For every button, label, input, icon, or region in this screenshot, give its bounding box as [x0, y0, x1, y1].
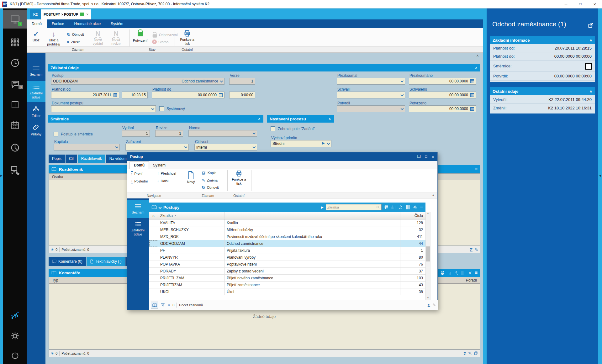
sum-icon[interactable]: Σ — [463, 351, 466, 356]
search-input[interactable] — [327, 205, 376, 209]
async-icon[interactable]: ✳ — [51, 351, 54, 356]
platnost-do-time-field[interactable]: 0:00:00 — [229, 92, 255, 98]
platnost-od-time-field[interactable]: 10:28:15 — [122, 92, 148, 98]
refresh-button[interactable]: ↻ Obnovit — [67, 32, 84, 37]
scroll-up-icon[interactable]: ∧ — [427, 212, 429, 215]
expand-left-arrow-icon[interactable]: ▶ — [0, 174, 3, 177]
collapse-right-arrow-icon[interactable]: ▶ — [599, 174, 601, 177]
person-icon[interactable] — [454, 271, 459, 275]
unconfirm-button[interactable]: Odpotvrzení — [152, 31, 178, 38]
table-row[interactable]: PRIJETI_ZAMPřijetí nového zaměstnance103 — [149, 275, 425, 282]
sidebar-item-k2-logo[interactable] — [3, 309, 27, 321]
filter-icon[interactable] — [161, 303, 165, 308]
table-row[interactable]: PRIJETIZAMPřijetí zaměstnance43 — [149, 282, 425, 288]
tab-k2-home[interactable]: K2 — [30, 9, 41, 19]
async-icon[interactable]: ✳ — [51, 248, 54, 252]
systemovy-checkbox-row[interactable]: Systémový — [159, 106, 185, 111]
printer-icon[interactable] — [384, 205, 389, 210]
popup-tab-system[interactable]: Systém — [149, 162, 170, 169]
pencil-icon[interactable]: ✎ — [432, 303, 436, 308]
smernice-checkbox[interactable] — [585, 63, 592, 70]
citlivost-field[interactable]: Interní — [194, 144, 257, 150]
close-button[interactable]: × — [588, 0, 602, 8]
view-nav-seznam[interactable]: Seznam — [27, 61, 45, 80]
tab-cil[interactable]: Cíl — [66, 155, 77, 163]
menu-icon[interactable]: ≡ — [475, 270, 478, 276]
collapse-icon[interactable]: ∧ — [475, 66, 478, 70]
sum-icon[interactable]: Σ — [427, 303, 430, 308]
last-button[interactable]: ↓ Poslední — [131, 179, 148, 183]
popup-close-icon[interactable]: × — [432, 154, 434, 159]
ribbon-tab-system[interactable]: Systém — [106, 19, 128, 28]
tab-close-icon[interactable]: × — [86, 12, 88, 17]
book-toggle-button[interactable] — [151, 302, 158, 309]
copy-button[interactable]: Kopie — [202, 171, 216, 175]
async-icon[interactable]: ✳ — [167, 303, 170, 307]
sidebar-item-settings[interactable] — [3, 329, 27, 343]
storno-button[interactable]: × Storno — [152, 40, 168, 44]
potvrdil-field[interactable] — [337, 105, 405, 112]
sidebar-item-calendar[interactable] — [3, 119, 27, 132]
popup-tab-domu[interactable]: Domů — [129, 161, 149, 169]
view-nav-prilohy[interactable]: Přílohy — [27, 121, 45, 139]
minimize-button[interactable]: ─ — [559, 0, 573, 8]
columns-icon[interactable] — [461, 271, 466, 275]
table-row[interactable]: PLANVYRPlánování výroby80 — [149, 254, 425, 261]
save-and-view-button[interactable]: ↓ Ulož a prohlížej — [45, 30, 62, 46]
schvaleno-field[interactable]: 00.00.0000 — [409, 92, 476, 98]
menu-icon[interactable]: ≡ — [475, 166, 478, 172]
bar-chart-icon[interactable] — [391, 205, 396, 210]
new-revision-button[interactable]: N Nová revize — [109, 30, 123, 46]
table-row[interactable]: PFPřijatá faktura1 — [149, 247, 425, 254]
sidebar-item-reports[interactable] — [3, 141, 27, 155]
sidebar-item-desktop[interactable]: 1 — [3, 10, 27, 29]
popup-restore-icon[interactable]: ❏ — [417, 154, 421, 159]
platnost-do-date-field[interactable]: 00.00.0000 — [152, 92, 224, 98]
functions-print-button[interactable]: Funkce a tisk — [178, 29, 197, 46]
sidebar-item-workstation[interactable] — [3, 164, 27, 177]
collapse-icon[interactable]: ∧ — [589, 89, 592, 93]
ribbon-collapse-icon[interactable]: ∧ — [476, 54, 479, 58]
scroll-down-icon[interactable]: ∨ — [427, 296, 429, 299]
table-row[interactable]: KVALITAKvalita128 — [149, 219, 425, 226]
potvrzeno-field[interactable]: 00.00.0000 — [409, 105, 476, 112]
zarazeni-field[interactable] — [125, 144, 189, 150]
schvalil-field[interactable] — [337, 92, 405, 98]
popup-nav-zakladni-udaje[interactable]: Základní údaje — [127, 219, 149, 239]
chevron-down-icon[interactable] — [159, 206, 162, 209]
table-row[interactable]: MER. SCHUZKYMěření schůzky32 — [149, 226, 425, 233]
pencil-icon[interactable]: ✎ — [474, 247, 478, 252]
first-button[interactable]: ↑ První — [131, 171, 142, 176]
tab-komentare[interactable]: Komentáře (0) — [49, 257, 86, 266]
vychozi-priorita-field[interactable]: Střední ⚑ — [271, 140, 331, 147]
popup-nav-seznam[interactable]: Seznam — [127, 200, 149, 218]
table-row[interactable]: MZD_ROKPovinnosti mzdové účetní po skonč… — [149, 233, 425, 240]
printer-icon[interactable] — [440, 271, 445, 275]
menu-icon[interactable]: ≡ — [420, 204, 423, 210]
view-nav-editor[interactable]: Editor — [27, 103, 45, 120]
new-button[interactable]: Nový — [184, 171, 198, 184]
postup-field[interactable]: ODCHODZAM Odchod zaměstnance — [51, 78, 224, 85]
table-row[interactable]: POPTAVKAPoptávkové řízení76 — [149, 261, 425, 268]
verze-field[interactable]: 1 — [229, 78, 255, 85]
gear-icon[interactable] — [413, 205, 418, 210]
confirm-button[interactable]: Potvrzení — [131, 29, 150, 43]
sum-icon[interactable]: Σ — [470, 247, 473, 252]
sidebar-item-history[interactable] — [3, 56, 27, 70]
copy-sheet-icon[interactable] — [474, 351, 478, 356]
ribbon-tab-funkce[interactable]: Funkce — [47, 19, 69, 28]
collapse-icon[interactable]: ∧ — [589, 38, 592, 42]
norma-field[interactable] — [188, 130, 257, 137]
collapse-icon[interactable]: ∧ — [328, 117, 331, 121]
revize-field[interactable]: 1 — [155, 130, 183, 137]
tab-postupy-postup[interactable]: POSTUPY > POSTUP × — [41, 9, 91, 19]
sidebar-item-power[interactable] — [3, 349, 27, 362]
sidebar-item-modules[interactable] — [3, 36, 27, 49]
change-button[interactable]: ✎ Změna — [202, 178, 218, 183]
cancel-button[interactable]: × Zrušit — [67, 40, 80, 45]
kapitola-field[interactable] — [54, 144, 120, 150]
popup-table-column-header[interactable]: s Zkratka ▲ Číslo — [149, 212, 425, 219]
collapse-icon[interactable]: ∧ — [258, 117, 261, 121]
play-icon[interactable]: ▶ — [321, 205, 324, 209]
table-row-selected[interactable]: ODCHODZAMOdchod zaměstnance44 — [149, 240, 425, 247]
